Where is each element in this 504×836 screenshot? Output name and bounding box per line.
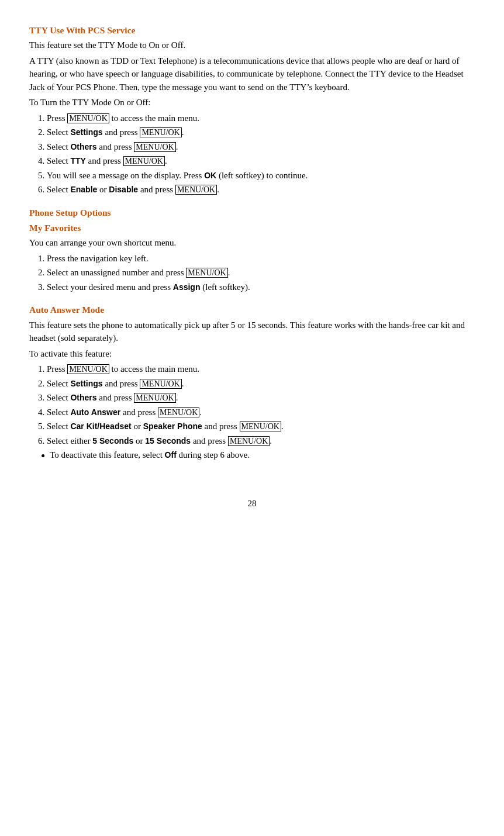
page-number: 28 — [29, 497, 475, 510]
aa-others-bold: Others — [70, 393, 96, 402]
mf-step-3: Select your desired menu and press Assig… — [47, 281, 475, 294]
phone-setup-title: Phone Setup Options — [29, 206, 475, 219]
aa-step-4: Select Auto Answer and press MENU/OK. — [47, 406, 475, 419]
settings-bold: Settings — [70, 127, 102, 137]
tty-para3: To Turn the TTY Mode On or Off: — [29, 96, 475, 109]
aa-bullet-1: To deactivate this feature, select Off d… — [41, 448, 475, 462]
auto-answer-para1: This feature sets the phone to automatic… — [29, 319, 475, 345]
enable-bold: Enable — [70, 185, 97, 194]
menu-key-3: MENU/OK — [134, 142, 175, 152]
menu-key-aa-6: MENU/OK — [228, 436, 270, 446]
menu-key-1: MENU/OK — [67, 113, 109, 123]
others-bold: Others — [70, 142, 96, 151]
tty-bold: TTY — [70, 156, 85, 165]
menu-key-2: MENU/OK — [140, 127, 181, 137]
mf-step-1: Press the navigation key left. — [47, 252, 475, 265]
menu-key-aa-1: MENU/OK — [67, 364, 109, 374]
aa-carkit-bold: Car Kit/Headset — [70, 422, 131, 431]
my-favorites-section: My Favorites You can arrange your own sh… — [29, 221, 475, 293]
auto-answer-bullets: To deactivate this feature, select Off d… — [41, 448, 475, 462]
ok-bold: OK — [204, 171, 216, 180]
auto-answer-para2: To activate this feature: — [29, 347, 475, 361]
tty-step-1: Press MENU/OK to access the main menu. — [47, 112, 475, 125]
auto-answer-steps: Press MENU/OK to access the main menu. S… — [47, 362, 475, 447]
my-favorites-steps: Press the navigation key left. Select an… — [47, 252, 475, 294]
aa-step-1: Press MENU/OK to access the main menu. — [47, 362, 475, 376]
aa-step-5: Select Car Kit/Headset or Speaker Phone … — [47, 420, 475, 433]
tty-title: TTY Use With PCS Service — [29, 23, 475, 37]
disable-bold: Disable — [109, 185, 138, 194]
menu-key-4: MENU/OK — [123, 156, 165, 166]
menu-key-aa-4: MENU/OK — [158, 407, 199, 417]
aa-settings-bold: Settings — [70, 379, 102, 388]
aa-step-6: Select either 5 Seconds or 15 Seconds an… — [47, 434, 475, 448]
menu-key-aa-3: MENU/OK — [134, 393, 175, 403]
auto-answer-section: Auto Answer Mode This feature sets the p… — [29, 303, 475, 461]
tty-para1: This feature set the TTY Mode to On or O… — [29, 39, 475, 52]
aa-step-3: Select Others and press MENU/OK. — [47, 391, 475, 405]
menu-key-5: MENU/OK — [175, 185, 217, 195]
tty-step-3: Select Others and press MENU/OK. — [47, 140, 475, 154]
aa-5sec-bold: 5 Seconds — [92, 436, 133, 445]
my-favorites-para: You can arrange your own shortcut menu. — [29, 236, 475, 250]
tty-step-4: Select TTY and press MENU/OK. — [47, 154, 475, 168]
menu-key-mf-1: MENU/OK — [186, 268, 227, 278]
aa-15sec-bold: 15 Seconds — [145, 436, 191, 445]
menu-key-aa-5: MENU/OK — [240, 422, 281, 431]
tty-section: TTY Use With PCS Service This feature se… — [29, 23, 475, 196]
auto-answer-title: Auto Answer Mode — [29, 303, 475, 316]
tty-para2: A TTY (also known as TDD or Text Telepho… — [29, 54, 475, 94]
aa-autoanswer-bold: Auto Answer — [70, 407, 120, 417]
tty-step-2: Select Settings and press MENU/OK. — [47, 126, 475, 139]
tty-step-5: You will see a message on the display. P… — [47, 169, 475, 182]
menu-key-aa-2: MENU/OK — [140, 379, 181, 389]
tty-steps: Press MENU/OK to access the main menu. S… — [47, 112, 475, 196]
aa-step-2: Select Settings and press MENU/OK. — [47, 377, 475, 391]
aa-speakerphone-bold: Speaker Phone — [143, 422, 202, 431]
tty-step-6: Select Enable or Disable and press MENU/… — [47, 183, 475, 196]
phone-setup-section: Phone Setup Options My Favorites You can… — [29, 206, 475, 462]
my-favorites-title: My Favorites — [29, 221, 475, 234]
mf-step-2: Select an unassigned number and press ME… — [47, 266, 475, 279]
aa-off-bold: Off — [165, 450, 177, 460]
assign-bold: Assign — [173, 282, 201, 292]
